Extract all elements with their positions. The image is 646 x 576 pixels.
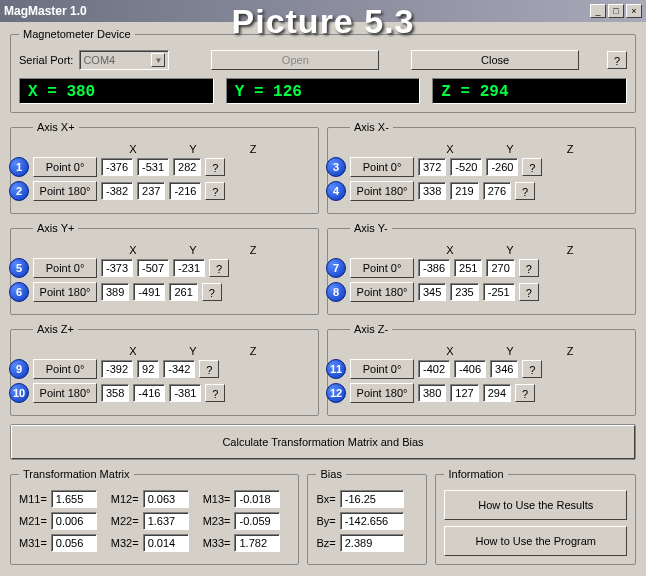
axis-legend: Axis Z- xyxy=(350,323,392,335)
matrix-label: M21= xyxy=(19,515,47,527)
matrix-label: M31= xyxy=(19,537,47,549)
point-0-button[interactable]: Point 0° xyxy=(350,359,414,379)
matrix-value[interactable]: -0.059 xyxy=(234,512,280,530)
open-button[interactable]: Open xyxy=(211,50,379,70)
value-y[interactable]: 127 xyxy=(450,384,478,402)
value-x[interactable]: 372 xyxy=(418,158,446,176)
point-180-button[interactable]: Point 180° xyxy=(350,383,414,403)
col-x: X xyxy=(105,143,161,155)
help-button[interactable]: ? xyxy=(205,158,225,176)
value-y[interactable]: 237 xyxy=(137,182,165,200)
transformation-matrix-group: Transformation Matrix M11= 1.655 M12= 0.… xyxy=(10,468,299,565)
value-y[interactable]: -406 xyxy=(454,360,486,378)
point-0-button[interactable]: Point 0° xyxy=(350,157,414,177)
value-z[interactable]: 294 xyxy=(483,384,511,402)
point-180-button[interactable]: Point 180° xyxy=(350,282,414,302)
device-help-button[interactable]: ? xyxy=(607,51,627,69)
value-y[interactable]: 251 xyxy=(454,259,482,277)
axis-legend: Axis X+ xyxy=(33,121,79,133)
how-to-use-program-button[interactable]: How to Use the Program xyxy=(444,526,627,556)
value-x[interactable]: -382 xyxy=(101,182,133,200)
value-z[interactable]: -216 xyxy=(169,182,201,200)
matrix-value[interactable]: -0.018 xyxy=(234,490,280,508)
matrix-value[interactable]: 0.056 xyxy=(51,534,97,552)
value-y[interactable]: 219 xyxy=(450,182,478,200)
value-x[interactable]: -386 xyxy=(418,259,450,277)
value-z[interactable]: 282 xyxy=(173,158,201,176)
value-x[interactable]: -376 xyxy=(101,158,133,176)
help-button[interactable]: ? xyxy=(209,259,229,277)
help-button[interactable]: ? xyxy=(522,158,542,176)
help-button[interactable]: ? xyxy=(519,259,539,277)
minimize-button[interactable]: _ xyxy=(590,4,606,18)
help-button[interactable]: ? xyxy=(202,283,222,301)
value-x[interactable]: 380 xyxy=(418,384,446,402)
point-180-button[interactable]: Point 180° xyxy=(33,282,97,302)
point-0-button[interactable]: Point 0° xyxy=(33,157,97,177)
help-button[interactable]: ? xyxy=(519,283,539,301)
matrix-value[interactable]: 1.637 xyxy=(143,512,189,530)
value-z[interactable]: 276 xyxy=(483,182,511,200)
matrix-legend: Transformation Matrix xyxy=(19,468,134,480)
matrix-value[interactable]: 1.782 xyxy=(234,534,280,552)
matrix-value[interactable]: 0.014 xyxy=(143,534,189,552)
value-x[interactable]: 345 xyxy=(418,283,446,301)
bias-value[interactable]: 2.389 xyxy=(340,534,404,552)
point-180-button[interactable]: Point 180° xyxy=(33,181,97,201)
help-button[interactable]: ? xyxy=(522,360,542,378)
value-z[interactable]: -342 xyxy=(163,360,195,378)
value-x[interactable]: 338 xyxy=(418,182,446,200)
serial-port-select[interactable]: COM4 ▼ xyxy=(79,50,169,70)
value-z[interactable]: 261 xyxy=(169,283,197,301)
value-y[interactable]: -507 xyxy=(137,259,169,277)
value-y[interactable]: 235 xyxy=(450,283,478,301)
bias-value[interactable]: -142.656 xyxy=(340,512,404,530)
col-z: Z xyxy=(542,345,598,357)
value-x[interactable]: -402 xyxy=(418,360,450,378)
matrix-label: M12= xyxy=(111,493,139,505)
value-y[interactable]: -491 xyxy=(133,283,165,301)
point-0-button[interactable]: Point 0° xyxy=(33,359,97,379)
value-x[interactable]: 389 xyxy=(101,283,129,301)
col-z: Z xyxy=(225,345,281,357)
help-button[interactable]: ? xyxy=(515,182,535,200)
value-x[interactable]: -392 xyxy=(101,360,133,378)
axis-group: Axis X+ X Y Z 1 Point 0° -376 -531 282 ?… xyxy=(10,121,319,214)
matrix-value[interactable]: 0.063 xyxy=(143,490,189,508)
col-z: Z xyxy=(542,143,598,155)
calculate-button[interactable]: Calculate Transformation Matrix and Bias xyxy=(11,425,635,459)
point-180-button[interactable]: Point 180° xyxy=(350,181,414,201)
bias-label: Bz= xyxy=(316,537,335,549)
bias-value[interactable]: -16.25 xyxy=(340,490,404,508)
close-button[interactable]: Close xyxy=(411,50,579,70)
value-z[interactable]: -251 xyxy=(483,283,515,301)
value-z[interactable]: 346 xyxy=(490,360,518,378)
help-button[interactable]: ? xyxy=(205,384,225,402)
maximize-button[interactable]: □ xyxy=(608,4,624,18)
matrix-value[interactable]: 0.006 xyxy=(51,512,97,530)
help-button[interactable]: ? xyxy=(199,360,219,378)
how-to-use-results-button[interactable]: How to Use the Results xyxy=(444,490,627,520)
step-badge: 9 xyxy=(9,359,29,379)
axis-legend: Axis Z+ xyxy=(33,323,78,335)
close-window-button[interactable]: × xyxy=(626,4,642,18)
help-button[interactable]: ? xyxy=(205,182,225,200)
device-legend: Magnetometer Device xyxy=(19,28,135,40)
axis-legend: Axis Y+ xyxy=(33,222,78,234)
value-x[interactable]: 358 xyxy=(101,384,129,402)
value-z[interactable]: 270 xyxy=(486,259,514,277)
value-z[interactable]: -381 xyxy=(169,384,201,402)
value-y[interactable]: -416 xyxy=(133,384,165,402)
value-y[interactable]: -520 xyxy=(450,158,482,176)
point-180-button[interactable]: Point 180° xyxy=(33,383,97,403)
value-z[interactable]: -231 xyxy=(173,259,205,277)
help-button[interactable]: ? xyxy=(515,384,535,402)
value-z[interactable]: -260 xyxy=(486,158,518,176)
value-x[interactable]: -373 xyxy=(101,259,133,277)
matrix-value[interactable]: 1.655 xyxy=(51,490,97,508)
point-0-button[interactable]: Point 0° xyxy=(33,258,97,278)
value-y[interactable]: -531 xyxy=(137,158,169,176)
point-0-button[interactable]: Point 0° xyxy=(350,258,414,278)
value-y[interactable]: 92 xyxy=(137,360,159,378)
overlay-caption: Picture 5.3 xyxy=(232,2,415,41)
